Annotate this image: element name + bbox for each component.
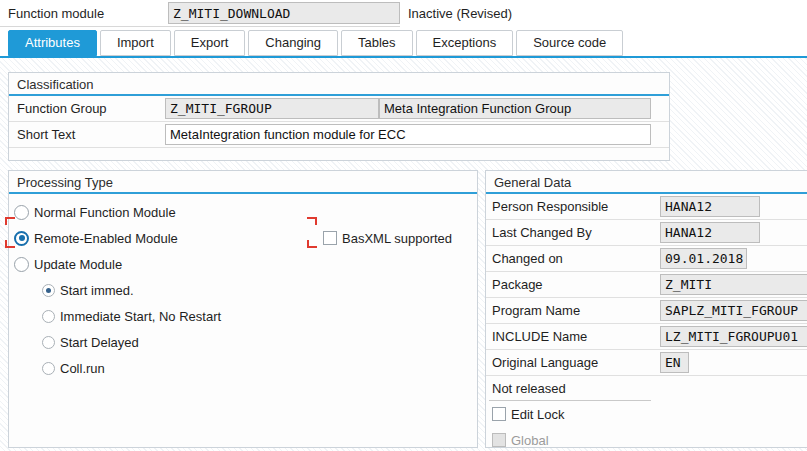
release-status-text: Not released [486, 381, 660, 396]
radio-immediate-start-no-restart[interactable] [42, 310, 55, 323]
radio-option-immediate-start-no-restart[interactable]: Immediate Start, No Restart [37, 303, 477, 329]
changed-on-field[interactable]: 09.01.2018 [660, 248, 747, 269]
package-field[interactable]: Z_MITI [660, 274, 807, 295]
radio-update-module[interactable] [14, 257, 29, 272]
classification-title: Classification [9, 73, 669, 96]
radio-start-delayed-label: Start Delayed [60, 335, 139, 350]
release-status-row: Not released [486, 376, 807, 400]
person-responsible-row: Person Responsible HANA12 [486, 194, 807, 220]
function-module-field[interactable]: Z_MITI_DOWNLOAD [168, 2, 400, 24]
processing-type-title: Processing Type [9, 171, 477, 194]
radio-normal-function-module[interactable] [14, 205, 29, 220]
general-data-title: General Data [486, 171, 807, 194]
last-changed-by-field[interactable]: HANA12 [660, 222, 760, 243]
global-row: Global [486, 427, 807, 451]
include-name-label: INCLUDE Name [486, 329, 660, 344]
radio-remote-label: Remote-Enabled Module [34, 231, 178, 246]
original-language-label: Original Language [486, 355, 660, 370]
edit-lock-label: Edit Lock [511, 407, 564, 422]
tab-source-code[interactable]: Source code [516, 30, 623, 56]
changed-on-label: Changed on [486, 251, 660, 266]
header-divider [0, 26, 400, 27]
tab-strip: Attributes Import Export Changing Tables… [8, 30, 623, 56]
radio-start-immed-label: Start immed. [60, 283, 134, 298]
program-name-row: Program Name SAPLZ_MITI_FGROUP [486, 298, 807, 324]
edit-lock-checkbox[interactable] [492, 407, 506, 421]
program-name-field[interactable]: SAPLZ_MITI_FGROUP [660, 300, 807, 321]
radio-option-start-immed[interactable]: Start immed. [37, 277, 477, 303]
person-responsible-field[interactable]: HANA12 [660, 196, 760, 217]
edit-lock-row[interactable]: Edit Lock [486, 401, 807, 427]
tab-export[interactable]: Export [174, 30, 246, 56]
short-text-input[interactable]: MetaIntegration function module for ECC [165, 124, 651, 145]
tab-import[interactable]: Import [100, 30, 171, 56]
radio-remote-enabled-module[interactable] [14, 231, 29, 246]
radio-option-coll-run[interactable]: Coll.run [37, 355, 477, 381]
function-group-description-field[interactable]: Meta Integration Function Group [379, 98, 651, 119]
original-language-row: Original Language EN [486, 350, 807, 376]
function-group-field[interactable]: Z_MITI_FGROUP [165, 98, 379, 119]
short-text-row: Short Text MetaIntegration function modu… [9, 122, 669, 148]
radio-start-immed[interactable] [42, 284, 55, 297]
include-name-row: INCLUDE Name LZ_MITI_FGROUPU01 [486, 324, 807, 350]
radio-coll-run-label: Coll.run [60, 361, 105, 376]
basxml-option[interactable]: BasXML supported [323, 225, 452, 251]
radio-coll-run[interactable] [42, 362, 55, 375]
tab-exceptions[interactable]: Exceptions [416, 30, 514, 56]
classification-groupbox: Classification Function Group Z_MITI_FGR… [8, 72, 670, 161]
tab-changing[interactable]: Changing [248, 30, 338, 56]
person-responsible-label: Person Responsible [486, 199, 660, 214]
global-label: Global [511, 433, 549, 448]
function-module-screen: Function module Z_MITI_DOWNLOAD Inactive… [0, 0, 807, 451]
radio-option-remote[interactable]: Remote-Enabled Module BasXML supported [9, 225, 477, 251]
last-changed-by-row: Last Changed By HANA12 [486, 220, 807, 246]
last-changed-by-label: Last Changed By [486, 225, 660, 240]
basxml-label: BasXML supported [342, 231, 452, 246]
program-name-label: Program Name [486, 303, 660, 318]
selection-bracket-basxml-bottom [307, 240, 317, 248]
radio-option-update[interactable]: Update Module [9, 251, 477, 277]
radio-option-normal[interactable]: Normal Function Module [9, 199, 477, 225]
package-row: Package Z_MITI [486, 272, 807, 298]
radio-update-label: Update Module [34, 257, 122, 272]
selection-bracket-bottom-left [5, 240, 15, 248]
include-name-field[interactable]: LZ_MITI_FGROUPU01 [660, 326, 807, 347]
selection-bracket-top-left [5, 217, 15, 225]
selection-bracket-basxml-top [307, 217, 317, 225]
changed-on-row: Changed on 09.01.2018 [486, 246, 807, 272]
radio-normal-label: Normal Function Module [34, 205, 176, 220]
function-group-row: Function Group Z_MITI_FGROUP Meta Integr… [9, 96, 669, 122]
short-text-label: Short Text [9, 127, 165, 142]
general-data-groupbox: General Data Person Responsible HANA12 L… [485, 170, 807, 448]
original-language-field[interactable]: EN [660, 352, 689, 373]
processing-type-groupbox: Processing Type Normal Function Module R… [8, 170, 478, 448]
radio-immediate-start-label: Immediate Start, No Restart [60, 309, 221, 324]
global-checkbox [492, 433, 506, 447]
package-label: Package [486, 277, 660, 292]
function-group-label: Function Group [9, 101, 165, 116]
tab-attributes[interactable]: Attributes [8, 30, 97, 56]
function-module-label: Function module [8, 6, 104, 21]
radio-option-start-delayed[interactable]: Start Delayed [37, 329, 477, 355]
status-text: Inactive (Revised) [408, 6, 512, 21]
basxml-checkbox[interactable] [323, 231, 337, 245]
radio-start-delayed[interactable] [42, 336, 55, 349]
active-tab-notch [55, 52, 71, 56]
tab-tables[interactable]: Tables [341, 30, 413, 56]
